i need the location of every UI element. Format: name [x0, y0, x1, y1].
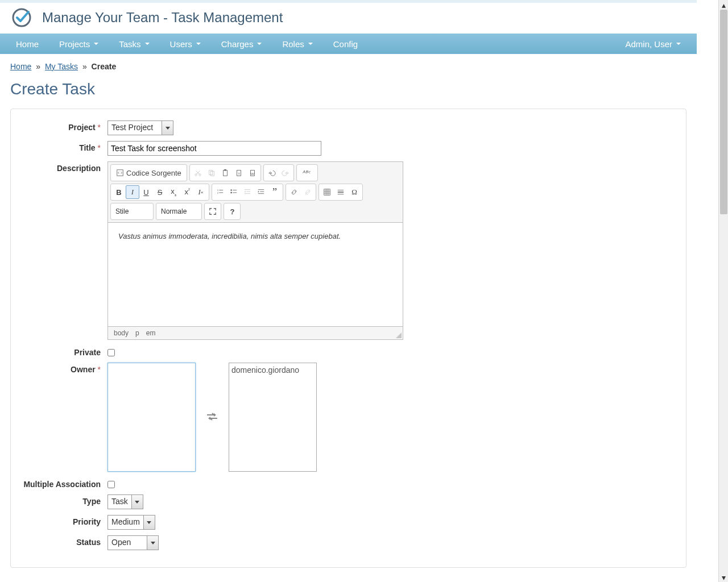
select-label: Stile — [115, 207, 129, 215]
remove-format-button[interactable]: I× — [194, 185, 208, 199]
nav-label: Tasks — [119, 39, 140, 49]
label-title: Title * — [22, 141, 107, 152]
chevron-down-icon — [162, 121, 173, 135]
redo-icon — [282, 169, 289, 177]
svg-text:W: W — [251, 172, 254, 176]
row-project: Project * Test Project — [22, 120, 675, 135]
swap-icon[interactable] — [206, 412, 218, 423]
select-value: Open — [108, 536, 147, 550]
breadcrumb-current: Create — [92, 62, 117, 71]
source-button[interactable]: Codice Sorgente — [112, 166, 185, 180]
breadcrumb-mytasks[interactable]: My Tasks — [45, 62, 78, 71]
breadcrumb: Home » My Tasks » Create — [10, 62, 686, 71]
select-value: Test Project — [108, 121, 162, 135]
source-icon — [116, 169, 124, 177]
owner-available-list[interactable] — [107, 363, 196, 472]
subscript-button[interactable]: x₂ — [167, 185, 180, 199]
priority-select[interactable]: Medium — [107, 515, 155, 530]
superscript-button[interactable]: x² — [180, 185, 194, 199]
nav-home[interactable]: Home — [6, 35, 49, 53]
hr-icon — [337, 188, 345, 196]
paste-text-icon: T — [235, 169, 243, 177]
svg-point-17 — [230, 192, 232, 194]
list-item[interactable]: domenico.giordano — [231, 365, 314, 375]
content: Home » My Tasks » Create Create Task Pro… — [0, 54, 697, 576]
strike-button[interactable]: S — [153, 185, 167, 199]
table-button[interactable] — [320, 185, 334, 199]
label-private: Private — [22, 346, 107, 357]
nav-tasks[interactable]: Tasks — [109, 35, 159, 53]
help-button[interactable]: ? — [225, 205, 239, 218]
label-text: Title — [79, 143, 96, 152]
owner-selected-list[interactable]: domenico.giordano — [229, 363, 317, 472]
copy-button[interactable] — [205, 166, 218, 180]
svg-text:2: 2 — [217, 192, 219, 194]
paste-button[interactable] — [218, 166, 232, 180]
italic-button[interactable]: I — [126, 185, 139, 199]
required-mark: * — [98, 143, 101, 152]
style-select[interactable]: Stile — [112, 205, 152, 218]
row-status: Status Open — [22, 535, 675, 550]
label-owner: Owner * — [22, 363, 107, 374]
nav-label: Users — [170, 39, 192, 49]
spellcheck-icon: ᴬᴮᶜ — [302, 169, 310, 177]
numbered-list-button[interactable]: 12 — [213, 185, 227, 199]
blockquote-button[interactable]: ” — [268, 185, 282, 199]
hr-button[interactable] — [334, 185, 348, 199]
select-label: Normale — [161, 207, 187, 215]
nav-roles[interactable]: Roles — [272, 35, 322, 53]
rich-text-editor: Codice Sorgente T W — [107, 161, 403, 340]
private-checkbox[interactable] — [107, 349, 115, 356]
label-text: Project — [68, 123, 95, 132]
outdent-button[interactable] — [241, 185, 254, 199]
underline-button[interactable]: U — [139, 185, 153, 199]
row-description: Description Codice Sorgente T — [22, 161, 675, 340]
svg-rect-7 — [224, 169, 226, 171]
label-text: Owner — [71, 365, 96, 374]
format-select[interactable]: Normale — [158, 205, 200, 218]
breadcrumb-home[interactable]: Home — [10, 62, 31, 71]
label-priority: Priority — [22, 515, 107, 526]
chevron-down-icon — [145, 43, 150, 45]
maximize-icon — [209, 207, 217, 215]
maximize-button[interactable] — [206, 205, 220, 218]
row-owner: Owner * domenico.giordano — [22, 363, 675, 472]
bullet-list-button[interactable] — [227, 185, 241, 199]
indent-button[interactable] — [254, 185, 268, 199]
type-select[interactable]: Task — [107, 494, 143, 509]
nav-users[interactable]: Users — [160, 35, 211, 53]
link-button[interactable] — [287, 185, 301, 199]
nav-label: Home — [16, 39, 39, 49]
path-p[interactable]: p — [135, 329, 139, 337]
cut-button[interactable] — [191, 166, 205, 180]
paste-text-button[interactable]: T — [232, 166, 246, 180]
specialchar-button[interactable]: Ω — [348, 185, 361, 199]
nav-charges[interactable]: Charges — [211, 35, 272, 53]
undo-icon — [268, 169, 276, 177]
project-select[interactable]: Test Project — [107, 120, 173, 135]
nav-config[interactable]: Config — [323, 35, 368, 53]
nav-projects[interactable]: Projects — [49, 35, 109, 53]
title-input[interactable] — [107, 141, 321, 156]
undo-button[interactable] — [265, 166, 279, 180]
redo-button[interactable] — [279, 166, 292, 180]
editor-body[interactable]: Vastus animus immoderata, incredibilia, … — [108, 223, 403, 326]
chevron-down-icon — [143, 516, 155, 529]
outdent-icon — [243, 188, 251, 196]
nav-user-label: Admin, User — [625, 39, 672, 49]
nav-left: Home Projects Tasks Users Charges Roles … — [6, 35, 615, 53]
nav-user-menu[interactable]: Admin, User — [615, 35, 691, 53]
spellcheck-button[interactable]: ᴬᴮᶜ — [298, 166, 316, 180]
bold-button[interactable]: B — [112, 185, 126, 199]
resize-handle[interactable] — [396, 332, 402, 338]
path-body[interactable]: body — [114, 329, 129, 337]
chevron-down-icon — [676, 43, 681, 45]
multiple-checkbox[interactable] — [107, 481, 115, 488]
unlink-button[interactable] — [301, 185, 315, 199]
path-em[interactable]: em — [146, 329, 156, 337]
paste-word-button[interactable]: W — [246, 166, 259, 180]
select-value: Medium — [108, 516, 143, 529]
status-select[interactable]: Open — [107, 535, 159, 550]
copy-icon — [208, 169, 216, 177]
bold-icon: B — [116, 188, 121, 197]
